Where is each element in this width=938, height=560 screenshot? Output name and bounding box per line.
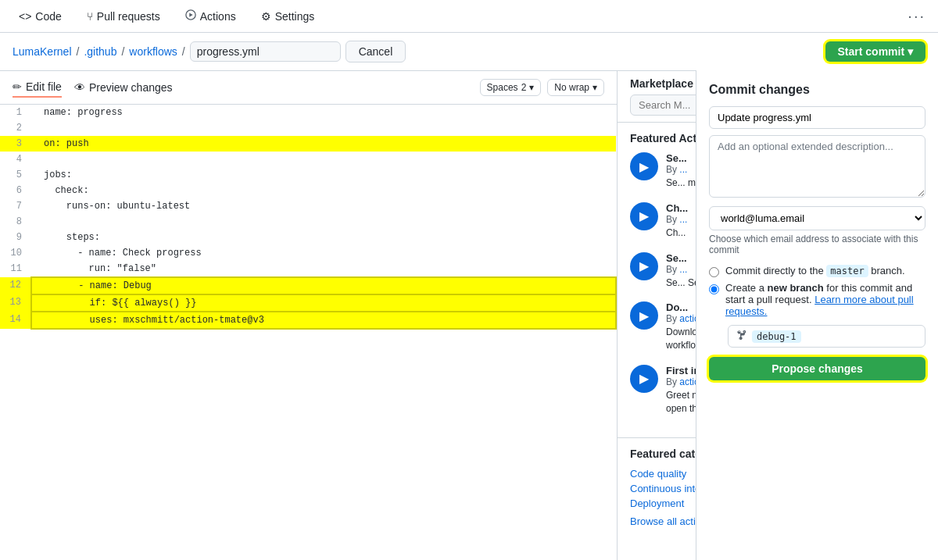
branch-input-row: debug-1 <box>728 325 925 348</box>
breadcrumb-repo[interactable]: LumaKernel <box>13 45 72 58</box>
chevron-down-icon: ▾ <box>529 82 534 93</box>
indent-select[interactable]: Spaces 2 ▾ <box>480 79 542 96</box>
table-row: 14 uses: mxschmitt/action-tmate@v3 <box>0 312 616 329</box>
featured-item-2-details: Ch... By ... Ch... <box>666 202 688 240</box>
line-number: 13 <box>0 294 31 312</box>
radio-new-branch-label: Create a new branch for this commit and … <box>725 282 925 317</box>
actions-icon <box>185 9 196 23</box>
edit-tab-label: Edit file <box>26 80 62 93</box>
pull-request-icon: ⑂ <box>87 10 93 23</box>
table-row: 11 run: "false" <box>0 261 616 277</box>
line-number: 2 <box>0 120 31 136</box>
top-nav: <> Code ⑂ Pull requests Actions ⚙ Settin… <box>0 0 938 33</box>
indent-size: 2 <box>521 82 527 93</box>
edit-icon: ✏ <box>13 80 22 93</box>
line-number: 8 <box>0 214 31 230</box>
tab-preview-changes[interactable]: 👁 Preview changes <box>74 78 173 97</box>
featured-icon-5: ▶ <box>630 365 658 393</box>
line-number: 10 <box>0 245 31 261</box>
email-select[interactable]: world@luma.email <box>709 206 925 230</box>
featured-icon-3: ▶ <box>630 252 658 280</box>
more-menu-button[interactable]: ··· <box>908 7 925 25</box>
table-row: 2 <box>0 120 616 136</box>
table-row: 1name: progress <box>0 105 616 120</box>
line-code: run: "false" <box>31 261 616 277</box>
nav-pr-label: Pull requests <box>97 10 160 23</box>
line-code: if: ${{ always() }} <box>31 294 616 312</box>
nav-code-label: Code <box>35 10 61 23</box>
preview-icon: 👁 <box>74 81 85 94</box>
table-row: 6 check: <box>0 183 616 198</box>
editor-toolbar: ✏ Edit file 👁 Preview changes Spaces 2 ▾… <box>0 71 617 105</box>
line-code: steps: <box>31 230 616 245</box>
line-code: on: push <box>31 136 616 152</box>
table-row: 10 - name: Check progress <box>0 245 616 261</box>
line-number: 11 <box>0 261 31 277</box>
breadcrumb-sep3: / <box>182 45 185 58</box>
featured-icon-4: ▶ <box>630 301 658 330</box>
commit-description-input[interactable]: Add an optional extended description... <box>709 135 925 198</box>
chevron-down-icon-2: ▾ <box>593 82 597 93</box>
line-code: runs-on: ubuntu-latest <box>31 198 616 214</box>
code-area[interactable]: 1name: progress23on: push45jobs:6 check:… <box>0 105 617 560</box>
nav-actions-label: Actions <box>200 10 236 23</box>
code-icon: <> <box>19 10 31 23</box>
radio-direct-label: Commit directly to the master branch. <box>725 265 905 276</box>
email-hint: Choose which email address to associate … <box>709 234 925 255</box>
branch-icon <box>736 330 747 343</box>
featured-icon-2: ▶ <box>630 202 658 230</box>
tab-edit-file[interactable]: ✏ Edit file <box>13 77 62 98</box>
radio-group: Commit directly to the master branch. Cr… <box>709 265 925 317</box>
learn-more-link[interactable]: Learn more about pull requests. <box>725 294 914 317</box>
line-number: 4 <box>0 152 31 167</box>
commit-summary-input[interactable] <box>709 106 925 129</box>
breadcrumb-bar: LumaKernel / .github / workflows / Cance… <box>0 33 938 71</box>
start-commit-button[interactable]: Start commit ▾ <box>825 41 925 62</box>
nav-pull-requests[interactable]: ⑂ Pull requests <box>81 7 166 26</box>
nav-code[interactable]: <> Code <box>13 7 68 26</box>
wrap-select[interactable]: No wrap ▾ <box>547 79 604 96</box>
nav-settings[interactable]: ⚙ Settings <box>255 7 321 26</box>
main-layout: ✏ Edit file 👁 Preview changes Spaces 2 ▾… <box>0 71 938 560</box>
filename-input[interactable] <box>190 41 341 62</box>
table-row: 4 <box>0 152 616 167</box>
marketplace-title: Marketplace <box>630 77 693 90</box>
line-code: - name: Debug <box>31 277 616 294</box>
line-number: 3 <box>0 136 31 152</box>
indent-label: Spaces <box>487 82 518 93</box>
table-row: 8 <box>0 214 616 230</box>
editor-panel: ✏ Edit file 👁 Preview changes Spaces 2 ▾… <box>0 71 618 560</box>
wrap-label: No wrap <box>554 82 589 93</box>
table-row: 7 runs-on: ubuntu-latest <box>0 198 616 214</box>
line-code: - name: Check progress <box>31 245 616 261</box>
code-table: 1name: progress23on: push45jobs:6 check:… <box>0 105 617 330</box>
line-number: 12 <box>0 277 31 294</box>
nav-actions[interactable]: Actions <box>179 6 242 26</box>
breadcrumb-workflows[interactable]: workflows <box>129 45 177 58</box>
line-code: jobs: <box>31 167 616 183</box>
line-code: name: progress <box>31 105 616 120</box>
toolbar-controls: Spaces 2 ▾ No wrap ▾ <box>480 79 604 96</box>
line-code <box>31 120 616 136</box>
propose-changes-button[interactable]: Propose changes <box>709 357 925 380</box>
featured-icon-1: ▶ <box>630 152 658 180</box>
radio-new-branch[interactable] <box>709 284 719 294</box>
cancel-button[interactable]: Cancel <box>345 41 406 62</box>
right-panel: Marketplace Featured Actions ▶ Se... By … <box>618 71 938 560</box>
breadcrumb-github[interactable]: .github <box>84 45 116 58</box>
radio-direct[interactable] <box>709 267 719 277</box>
radio-new-branch-option[interactable]: Create a new branch for this commit and … <box>709 282 925 317</box>
table-row: 3on: push <box>0 136 616 152</box>
preview-tab-label: Preview changes <box>89 81 173 94</box>
radio-direct-option[interactable]: Commit directly to the master branch. <box>709 265 925 277</box>
nav-settings-label: Settings <box>275 10 315 23</box>
table-row: 13 if: ${{ always() }} <box>0 294 616 312</box>
line-number: 6 <box>0 183 31 198</box>
table-row: 12 - name: Debug <box>0 277 616 294</box>
line-code <box>31 152 616 167</box>
line-code: check: <box>31 183 616 198</box>
svg-marker-1 <box>189 12 192 16</box>
line-number: 14 <box>0 312 31 329</box>
commit-panel-title: Commit changes <box>709 83 925 97</box>
table-row: 9 steps: <box>0 230 616 245</box>
